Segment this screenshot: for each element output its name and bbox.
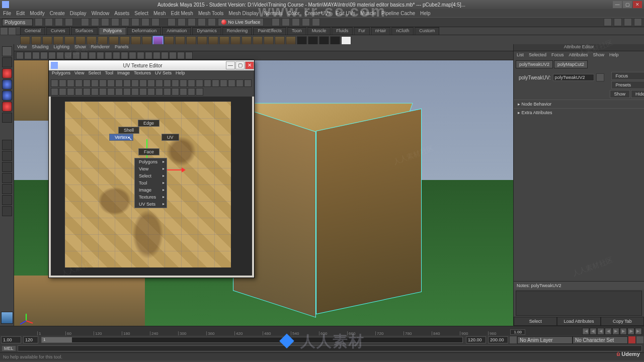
render-btn[interactable]: [312, 18, 320, 26]
tab-surfaces[interactable]: Surfaces: [71, 27, 98, 35]
node-tab[interactable]: polyTweakUV2: [516, 60, 553, 68]
uv-tool-icon[interactable]: [228, 79, 235, 87]
vp-tool-icon[interactable]: [153, 52, 160, 59]
vp-tool-icon[interactable]: [72, 52, 80, 59]
range-inner-start-field[interactable]: [23, 336, 38, 343]
status-btn[interactable]: [65, 18, 73, 26]
uv-tool-icon[interactable]: [244, 79, 252, 87]
menu-create[interactable]: Create: [50, 11, 65, 16]
layout-four-icon[interactable]: [2, 151, 12, 161]
status-btn[interactable]: [121, 18, 129, 26]
tab-deformation[interactable]: Deformation: [127, 27, 161, 35]
marking-menu-edge[interactable]: Edge: [138, 120, 159, 127]
tab-fur[interactable]: Fur: [354, 27, 370, 35]
menu-edit[interactable]: Edit: [16, 11, 25, 16]
vp-tool-icon[interactable]: [137, 52, 144, 59]
menu-createuvs[interactable]: Create UVs: [305, 11, 331, 16]
vp-tool-icon[interactable]: [161, 52, 169, 59]
uv-tool-icon[interactable]: [155, 79, 163, 87]
home-icon[interactable]: [1, 312, 13, 324]
select-button[interactable]: Select: [514, 317, 557, 326]
menu-display[interactable]: Display: [70, 11, 87, 16]
marking-menu-face[interactable]: Face: [138, 148, 159, 155]
tab-general[interactable]: General: [20, 27, 45, 35]
section-extra-attributes[interactable]: ▸ Extra Attributes: [514, 108, 644, 117]
uv-tool-icon[interactable]: [115, 79, 123, 87]
ae-menu-selected[interactable]: Selected: [529, 52, 546, 57]
status-btn[interactable]: [35, 18, 43, 26]
vp-menu-show[interactable]: Show: [74, 44, 86, 51]
vp-menu-view[interactable]: View: [17, 44, 27, 51]
step-back-key-button[interactable]: ◀|: [590, 328, 597, 335]
layout-graph-icon[interactable]: [2, 195, 12, 205]
anim-layer-dropdown[interactable]: No Anim Layer: [517, 336, 573, 344]
rotate-tool-icon[interactable]: [2, 90, 12, 101]
ae-menu-list[interactable]: List: [517, 52, 524, 57]
tab-toon[interactable]: Toon: [287, 27, 306, 35]
scale-tool-icon[interactable]: [2, 102, 12, 112]
tab-custom[interactable]: Custom: [415, 27, 439, 35]
minimize-button[interactable]: —: [613, 1, 622, 8]
tab-nhair[interactable]: nHair: [371, 27, 391, 35]
layout-outliner-icon[interactable]: [2, 173, 12, 183]
uv-tool-icon[interactable]: [59, 79, 66, 87]
uv-menu-uvsets[interactable]: UV Sets: [155, 70, 172, 78]
uv-tool-icon[interactable]: [147, 79, 155, 87]
menu-file[interactable]: File: [3, 11, 11, 16]
uv-tool-icon[interactable]: [147, 88, 155, 96]
goto-end-button[interactable]: ▶|: [635, 328, 642, 335]
time-slider[interactable]: 1.00 |◀ ◀| ◀ ◀ ▶ ▶ |▶ ▶| 160120180240300…: [0, 326, 644, 335]
status-btn[interactable]: [55, 18, 63, 26]
vp-tool-icon[interactable]: [48, 52, 56, 59]
ctx-view[interactable]: View: [135, 165, 167, 172]
show-button[interactable]: Show: [610, 90, 630, 98]
snap-btn[interactable]: [188, 18, 196, 26]
move-tool-icon[interactable]: [2, 79, 12, 89]
tab-dynamics[interactable]: Dynamics: [192, 27, 221, 35]
uv-tool-icon[interactable]: [164, 88, 171, 96]
status-btn[interactable]: [101, 18, 109, 26]
tab-polygons[interactable]: Polygons: [99, 27, 126, 35]
focus-button[interactable]: Focus: [611, 72, 644, 80]
uv-tool-icon[interactable]: [204, 79, 211, 87]
prefs-icon[interactable]: [636, 336, 644, 344]
vp-menu-panels[interactable]: Panels: [115, 44, 129, 51]
menu-editmesh[interactable]: Edit Mesh: [171, 11, 193, 16]
vp-tool-icon[interactable]: [97, 52, 104, 59]
step-back-button[interactable]: ◀: [597, 328, 604, 335]
ae-menu-help[interactable]: Help: [609, 52, 619, 57]
uv-tool-icon[interactable]: [196, 88, 203, 96]
range-start-field[interactable]: [1, 336, 21, 343]
uv-tool-icon[interactable]: [164, 79, 171, 87]
uv-canvas[interactable]: Shell Edge Vertex UV Face Polygons View …: [51, 97, 252, 276]
current-frame-field[interactable]: 1.00: [510, 329, 525, 335]
menu-select[interactable]: Select: [134, 11, 148, 16]
uv-tool-icon[interactable]: [59, 88, 66, 96]
node-tab[interactable]: polyMapCut2: [554, 60, 588, 68]
uv-menu-polygons[interactable]: Polygons: [52, 70, 70, 78]
menu-modify[interactable]: Modify: [30, 11, 44, 16]
vp-tool-icon[interactable]: [121, 52, 128, 59]
ae-menu-focus[interactable]: Focus: [551, 52, 564, 57]
lock-icon[interactable]: [596, 73, 604, 81]
copy-tab-button[interactable]: Copy Tab: [601, 317, 644, 326]
layout-hyper-icon[interactable]: [2, 184, 12, 194]
hide-button[interactable]: Hide: [631, 90, 644, 98]
step-forward-button[interactable]: ▶: [620, 328, 627, 335]
uv-tool-icon[interactable]: [51, 88, 58, 96]
ctx-select[interactable]: Select: [135, 172, 167, 179]
play-forward-button[interactable]: ▶: [612, 328, 619, 335]
snap-btn[interactable]: [168, 18, 176, 26]
range-end-field[interactable]: [466, 336, 486, 343]
vp-tool-icon[interactable]: [177, 52, 185, 59]
vp-tool-icon[interactable]: [129, 52, 136, 59]
menu-edituvs[interactable]: Edit UVs: [336, 11, 355, 16]
vp-tool-icon[interactable]: [89, 52, 96, 59]
last-tool-icon[interactable]: [2, 113, 12, 123]
range-bar[interactable]: 1: [41, 337, 463, 343]
uv-tool-icon[interactable]: [67, 88, 74, 96]
vp-tool-icon[interactable]: [80, 52, 88, 59]
ctx-textures[interactable]: Textures: [135, 194, 167, 201]
vp-tool-icon[interactable]: [56, 52, 64, 59]
layout-btn[interactable]: [634, 18, 642, 26]
